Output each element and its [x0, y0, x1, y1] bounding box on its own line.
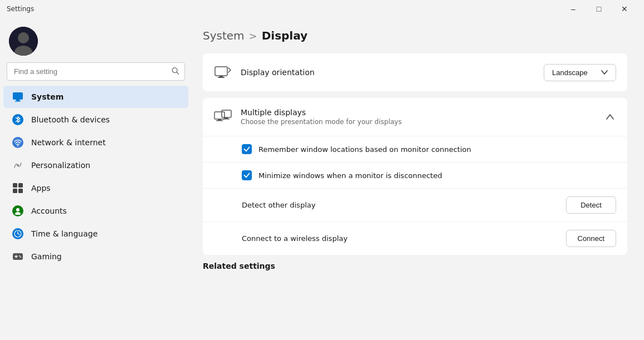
checkmark-icon: [243, 146, 250, 152]
sidebar: System Bluetooth & devices: [0, 18, 192, 340]
svg-rect-11: [18, 183, 23, 188]
svg-rect-29: [216, 120, 223, 121]
title-bar: Settings – □ ✕: [0, 0, 644, 18]
svg-rect-5: [13, 92, 23, 100]
app-body: System Bluetooth & devices: [0, 18, 644, 340]
sidebar-item-network[interactable]: Network & internet: [3, 131, 188, 154]
time-icon: [12, 228, 23, 239]
remember-window-checkbox[interactable]: [242, 144, 252, 154]
search-box: [7, 62, 185, 81]
related-settings-title: Related settings: [203, 262, 627, 270]
display-orientation-label: Display orientation: [241, 68, 535, 77]
sidebar-item-personalization-label: Personalization: [31, 161, 90, 170]
display-orientation-info: Display orientation: [241, 68, 535, 77]
sidebar-item-time[interactable]: Time & language: [3, 223, 188, 245]
detect-display-row: Detect other display Detect: [203, 189, 627, 222]
svg-point-9: [17, 164, 19, 166]
multiple-displays-label: Multiple displays: [241, 108, 595, 117]
display-orientation-card: Display orientation Landscape: [203, 53, 627, 91]
svg-rect-6: [16, 100, 19, 101]
display-orientation-row: Display orientation Landscape: [203, 53, 627, 91]
multiple-displays-collapse: [604, 112, 616, 122]
svg-point-1: [18, 32, 29, 43]
sidebar-item-apps[interactable]: Apps: [3, 177, 188, 199]
breadcrumb-separator: >: [249, 30, 257, 42]
sidebar-item-system-label: System: [31, 92, 64, 101]
maximize-button[interactable]: □: [586, 0, 612, 18]
apps-icon: [12, 183, 23, 194]
gaming-icon: [12, 251, 23, 262]
sidebar-item-bluetooth-label: Bluetooth & devices: [31, 115, 110, 124]
breadcrumb-current: Display: [262, 29, 308, 42]
multiple-displays-icon: [214, 108, 232, 126]
svg-point-22: [19, 255, 20, 257]
svg-rect-19: [13, 253, 23, 260]
sidebar-item-apps-label: Apps: [31, 184, 51, 193]
sidebar-item-network-label: Network & internet: [31, 138, 106, 147]
app-title: Settings: [7, 5, 34, 13]
search-icon: [172, 67, 179, 76]
main-content: System > Display Display orientation: [192, 18, 644, 340]
svg-rect-28: [218, 119, 221, 120]
svg-rect-12: [13, 189, 17, 193]
svg-rect-25: [219, 76, 223, 77]
multiple-displays-card: Multiple displays Choose the presentatio…: [203, 98, 627, 255]
multiple-displays-desc: Choose the presentation mode for your di…: [241, 118, 595, 126]
network-icon: [12, 137, 23, 148]
chevron-up-icon: [606, 114, 614, 120]
connect-display-label: Connect to a wireless display: [242, 234, 348, 243]
avatar[interactable]: [9, 27, 38, 56]
svg-rect-13: [18, 189, 23, 193]
bluetooth-icon: [12, 114, 23, 125]
svg-point-14: [16, 208, 19, 211]
minimize-windows-checkbox[interactable]: [242, 170, 252, 180]
connect-display-row: Connect to a wireless display Connect: [203, 222, 627, 255]
search-input[interactable]: [7, 62, 185, 81]
svg-rect-26: [218, 77, 225, 78]
svg-rect-30: [222, 110, 231, 117]
svg-rect-32: [223, 119, 230, 120]
minimize-windows-label: Minimize windows when a monitor is disco…: [258, 171, 442, 180]
svg-point-15: [15, 212, 21, 215]
sidebar-item-gaming-label: Gaming: [31, 252, 62, 261]
sidebar-item-time-label: Time & language: [31, 229, 97, 238]
sidebar-item-system[interactable]: System: [3, 86, 188, 108]
collapse-button[interactable]: [604, 112, 616, 122]
sidebar-item-gaming[interactable]: Gaming: [3, 245, 188, 268]
svg-rect-24: [215, 67, 227, 76]
detect-display-label: Detect other display: [242, 201, 315, 209]
svg-point-23: [20, 257, 21, 258]
sidebar-profile: [0, 18, 192, 62]
chevron-down-icon: [601, 70, 608, 75]
svg-rect-27: [214, 112, 225, 119]
svg-rect-7: [15, 101, 21, 102]
title-bar-left: Settings: [7, 5, 34, 13]
sidebar-item-bluetooth[interactable]: Bluetooth & devices: [3, 109, 188, 131]
display-orientation-value: Landscape: [552, 68, 588, 77]
remember-window-row: Remember window locations based on monit…: [203, 136, 627, 162]
sidebar-item-personalization[interactable]: Personalization: [3, 154, 188, 176]
connect-button[interactable]: Connect: [566, 230, 616, 247]
accounts-icon: [12, 205, 23, 216]
breadcrumb-parent[interactable]: System: [203, 29, 245, 42]
checkmark-icon-2: [243, 172, 250, 179]
minimize-button[interactable]: –: [560, 0, 586, 18]
title-bar-controls: – □ ✕: [560, 0, 637, 18]
personalization-icon: [12, 160, 23, 171]
multiple-displays-header: Multiple displays Choose the presentatio…: [203, 98, 627, 136]
remember-window-label: Remember window locations based on monit…: [258, 145, 471, 154]
svg-point-8: [17, 145, 18, 146]
display-orientation-icon: [214, 63, 232, 81]
svg-line-4: [177, 72, 179, 74]
sidebar-item-accounts-label: Accounts: [31, 206, 67, 215]
sidebar-item-accounts[interactable]: Accounts: [3, 200, 188, 222]
svg-rect-10: [13, 183, 17, 188]
multiple-displays-info: Multiple displays Choose the presentatio…: [241, 108, 595, 126]
nav-list: System Bluetooth & devices: [0, 85, 192, 340]
close-button[interactable]: ✕: [612, 0, 637, 18]
detect-button[interactable]: Detect: [566, 196, 616, 214]
system-icon: [12, 91, 23, 102]
svg-line-18: [18, 234, 19, 235]
display-orientation-dropdown[interactable]: Landscape: [544, 64, 616, 81]
svg-rect-31: [225, 117, 228, 119]
